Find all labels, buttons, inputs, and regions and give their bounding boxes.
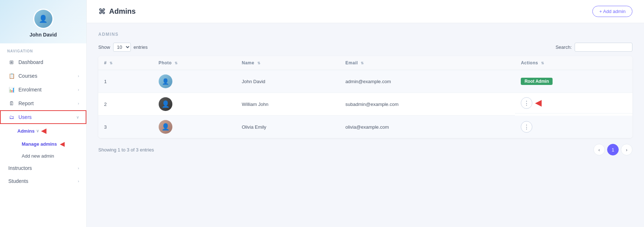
chevron-down-icon: ∨ xyxy=(36,129,39,133)
clipboard-icon: 🗓 xyxy=(8,100,15,107)
cell-actions: Root Admin xyxy=(515,70,632,93)
red-arrow-admins: ◀ xyxy=(41,127,46,135)
cell-actions[interactable]: ⋮ ◀ xyxy=(515,93,632,113)
cell-photo: 👤 xyxy=(153,70,236,93)
entries-label: entries xyxy=(134,44,148,50)
table-header: # ⇅ Photo ⇅ Name ⇅ Email ⇅ Actions ⇅ xyxy=(98,56,632,70)
cell-photo: 👤 xyxy=(153,93,236,116)
grid-icon: ⊞ xyxy=(8,59,15,65)
cell-name: Olivia Emily xyxy=(236,116,340,138)
sidebar-item-dashboard[interactable]: ⊞ Dashboard xyxy=(0,55,86,69)
sidebar-profile: 👤 John David xyxy=(0,0,86,43)
sidebar-item-label-dashboard: Dashboard xyxy=(18,59,43,65)
add-admin-button[interactable]: + Add admin xyxy=(592,6,632,17)
search-input[interactable] xyxy=(575,43,632,52)
sidebar-item-manage-admins[interactable]: Manage admins ◀ xyxy=(0,138,86,150)
row-action-button[interactable]: ⋮ xyxy=(521,121,532,133)
avatar: 👤 xyxy=(33,9,53,29)
cell-num: 1 xyxy=(98,70,153,93)
user-icon: 🗂 xyxy=(8,114,15,120)
showing-text: Showing 1 to 3 of 3 entries xyxy=(98,147,154,153)
col-header-photo: Photo ⇅ xyxy=(153,56,236,70)
red-arrow-row2: ◀ xyxy=(535,98,541,108)
pagination: ‹ 1 › xyxy=(593,144,632,155)
sidebar-item-label-add-new-admin: Add new admin xyxy=(22,153,54,159)
cell-email: olivia@example.com xyxy=(340,116,515,138)
entries-select[interactable]: 10 25 50 xyxy=(113,43,131,52)
users-submenu: Admins ∨ ◀ Manage admins ◀ Add new admin xyxy=(0,124,86,162)
cell-email: admin@example.com xyxy=(340,70,515,93)
row-avatar: 👤 xyxy=(159,74,172,88)
sidebar-item-users[interactable]: 🗂 Users ∨ xyxy=(0,110,86,124)
cell-email: subadmin@example.com xyxy=(340,93,515,116)
sidebar-item-label-report: Report xyxy=(18,100,34,106)
section-title: ADMINS xyxy=(98,32,632,37)
row-avatar: 👤 xyxy=(159,120,172,134)
chevron-right-icon: › xyxy=(78,179,79,183)
col-header-num: # ⇅ xyxy=(98,56,153,70)
sidebar-item-enrolment[interactable]: 📊 Enrolment › xyxy=(0,83,86,97)
command-icon: ⌘ xyxy=(98,7,106,16)
sidebar-item-label-users: Users xyxy=(18,114,32,120)
cell-num: 3 xyxy=(98,116,153,138)
admins-table: # ⇅ Photo ⇅ Name ⇅ Email ⇅ Actions ⇅ xyxy=(98,56,632,138)
table-footer: Showing 1 to 3 of 3 entries ‹ 1 › xyxy=(98,144,632,155)
table-row: 2 👤 William John subadmin@example.com ⋮ … xyxy=(98,93,632,116)
col-header-name: Name ⇅ xyxy=(236,56,340,70)
sidebar-item-students[interactable]: Students › xyxy=(0,175,86,188)
table-row: 3 👤 Olivia Emily olivia@example.com ⋮ xyxy=(98,116,632,138)
sidebar-item-admins[interactable]: Admins ∨ ◀ xyxy=(0,124,86,138)
show-label: Show xyxy=(98,44,110,50)
sidebar-item-add-new-admin[interactable]: Add new admin xyxy=(0,150,86,162)
next-page-button[interactable]: › xyxy=(621,144,632,155)
table-row: 1 👤 John David admin@example.com Root Ad… xyxy=(98,70,632,93)
cell-name: William John xyxy=(236,93,340,116)
sidebar-item-label-enrolment: Enrolment xyxy=(18,87,42,93)
cell-actions[interactable]: ⋮ xyxy=(515,116,632,138)
red-arrow-manage-admins: ◀ xyxy=(60,141,64,147)
book-icon: 📋 xyxy=(8,73,15,79)
sidebar: 👤 John David NAVIGATION ⊞ Dashboard 📋 Co… xyxy=(0,0,87,227)
page-header: ⌘ Admins + Add admin xyxy=(87,0,644,23)
sidebar-item-label-manage-admins: Manage admins xyxy=(22,141,57,147)
search-box: Search: xyxy=(555,43,632,52)
col-header-email: Email ⇅ xyxy=(340,56,515,70)
cell-photo: 👤 xyxy=(153,116,236,138)
root-admin-badge: Root Admin xyxy=(521,78,553,85)
search-label: Search: xyxy=(555,44,572,50)
sort-icon: ⇅ xyxy=(257,61,261,65)
nav-section-label: NAVIGATION xyxy=(0,43,86,55)
prev-page-button[interactable]: ‹ xyxy=(593,144,605,155)
row-action-button[interactable]: ⋮ xyxy=(521,97,532,109)
page-title: ⌘ Admins xyxy=(98,7,136,16)
chart-icon: 📊 xyxy=(8,86,15,93)
chevron-right-icon: › xyxy=(78,101,79,106)
sidebar-item-label-instructors: Instructors xyxy=(8,165,32,171)
sort-icon: ⇅ xyxy=(541,61,544,65)
content-area: ADMINS Show 10 25 50 entries Search: xyxy=(87,23,644,227)
table-body: 1 👤 John David admin@example.com Root Ad… xyxy=(98,70,632,138)
chevron-right-icon: › xyxy=(78,87,79,92)
sidebar-item-label-admins: Admins xyxy=(17,128,35,134)
row-avatar: 👤 xyxy=(159,97,172,111)
chevron-right-icon: › xyxy=(78,74,79,78)
col-header-actions: Actions ⇅ xyxy=(515,56,632,70)
sort-icon: ⇅ xyxy=(110,61,113,65)
cell-name: John David xyxy=(236,70,340,93)
page-1-button[interactable]: 1 xyxy=(607,144,619,155)
sidebar-item-instructors[interactable]: Instructors › xyxy=(0,162,86,175)
sort-icon: ⇅ xyxy=(175,61,178,65)
sidebar-item-label-students: Students xyxy=(8,178,28,184)
sidebar-item-label-courses: Courses xyxy=(18,73,37,79)
avatar-image: 👤 xyxy=(34,10,52,28)
cell-num: 2 xyxy=(98,93,153,116)
sidebar-item-courses[interactable]: 📋 Courses › xyxy=(0,69,86,83)
page-title-text: Admins xyxy=(109,7,136,16)
main-content: ⌘ Admins + Add admin ADMINS Show 10 25 5… xyxy=(87,0,644,227)
chevron-right-icon: › xyxy=(78,166,79,170)
sort-icon: ⇅ xyxy=(361,61,364,65)
sidebar-username: John David xyxy=(30,32,57,38)
chevron-down-icon: ∨ xyxy=(76,115,79,120)
sidebar-item-report[interactable]: 🗓 Report › xyxy=(0,97,86,110)
table-controls: Show 10 25 50 entries Search: xyxy=(98,43,632,52)
